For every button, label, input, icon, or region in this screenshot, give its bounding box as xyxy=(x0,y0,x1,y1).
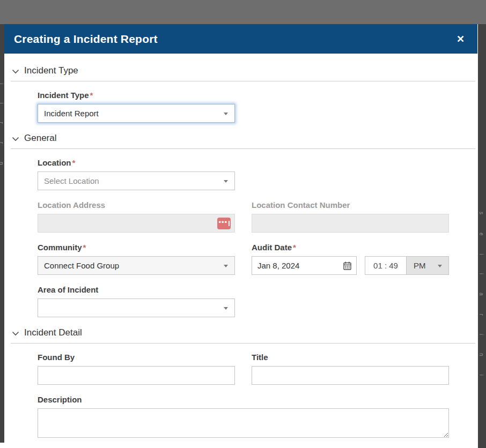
section-header-incident-detail[interactable]: Incident Detail xyxy=(12,327,476,338)
chevron-down-icon xyxy=(224,180,228,183)
section-title: Incident Type xyxy=(24,65,78,76)
modal-header: Creating a Incident Report ✕ xyxy=(4,24,477,54)
community-label: Community* xyxy=(38,243,235,252)
community-value: Connect Food Group xyxy=(44,261,119,270)
title-input[interactable] xyxy=(252,366,449,385)
description-textarea[interactable] xyxy=(38,408,449,438)
chevron-down-icon xyxy=(224,307,228,310)
required-asterisk: * xyxy=(72,158,76,167)
calendar-icon[interactable] xyxy=(343,262,351,270)
chevron-down-icon xyxy=(12,137,19,141)
modal-title: Creating a Incident Report xyxy=(14,33,158,46)
section-header-general[interactable]: General xyxy=(12,133,476,144)
required-asterisk: * xyxy=(90,91,93,100)
location-select[interactable]: Select Location xyxy=(38,171,235,190)
community-select[interactable]: Connect Food Group xyxy=(38,256,235,275)
location-address-input[interactable] xyxy=(38,214,235,233)
required-asterisk: * xyxy=(83,243,86,252)
area-of-incident-select[interactable] xyxy=(38,298,235,317)
audit-date-label: Audit Date* xyxy=(252,243,449,252)
incident-report-modal: Creating a Incident Report ✕ Incident Ty… xyxy=(4,24,477,448)
audit-time-input[interactable]: 01 : 49 xyxy=(365,256,406,275)
chevron-down-icon xyxy=(12,69,19,74)
chevron-down-icon xyxy=(224,113,228,115)
location-contact-number-input[interactable] xyxy=(252,214,449,233)
required-asterisk: * xyxy=(293,243,296,252)
section-title: Incident Detail xyxy=(24,327,82,338)
section-divider xyxy=(11,81,475,81)
modal-body: Incident Type Incident Type* Incident Re… xyxy=(4,54,477,448)
backdrop-overlay-top xyxy=(0,0,486,24)
section-title: General xyxy=(24,133,56,144)
location-address-label: Location Address xyxy=(38,200,235,210)
backdrop-overlay-right: seiiarini xyxy=(478,24,486,448)
section-incident-type: Incident Type Incident Type* Incident Re… xyxy=(12,65,476,123)
section-divider xyxy=(11,343,475,344)
chevron-down-icon xyxy=(12,331,19,336)
page-background: iirrn seiiarini Creating a Incident Repo… xyxy=(0,0,486,448)
title-label: Title xyxy=(252,353,449,362)
address-ellipsis-input-icon[interactable]: ••• xyxy=(217,218,231,229)
location-contact-number-label: Location Contact Number xyxy=(252,200,449,210)
found-by-label: Found By xyxy=(38,353,235,362)
meridiem-value: PM xyxy=(414,261,426,270)
incident-type-value: Incident Report xyxy=(44,109,99,118)
found-by-input[interactable] xyxy=(38,366,235,385)
audit-date-input[interactable] xyxy=(252,256,357,275)
backdrop-text-fragments: iirrn xyxy=(0,83,4,183)
section-divider xyxy=(11,148,475,149)
chevron-down-icon xyxy=(438,265,442,267)
close-icon[interactable]: ✕ xyxy=(456,34,465,44)
meridiem-select[interactable]: PM xyxy=(406,256,449,275)
incident-type-label: Incident Type* xyxy=(38,91,235,100)
chevron-down-icon xyxy=(224,265,228,267)
section-header-incident-type[interactable]: Incident Type xyxy=(12,65,476,76)
incident-type-select[interactable]: Incident Report xyxy=(38,104,235,123)
description-label: Description xyxy=(38,395,449,404)
section-incident-detail: Incident Detail Found By Title xyxy=(12,327,476,438)
section-general: General Location* Select Location xyxy=(12,133,476,317)
backdrop-text-fragments: seiiarini xyxy=(478,212,484,394)
location-placeholder: Select Location xyxy=(44,176,99,185)
location-label: Location* xyxy=(38,158,235,167)
area-of-incident-label: Area of Incident xyxy=(38,285,235,294)
backdrop-overlay-left: iirrn xyxy=(0,24,4,443)
